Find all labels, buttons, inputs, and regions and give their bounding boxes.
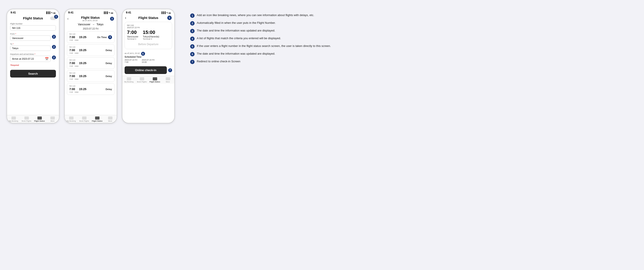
fl-status-3: Delay [106, 62, 112, 65]
checkin-button[interactable]: Online check-in [124, 66, 167, 74]
flight-card: NH 116 2023.07.22 Fri 7:00 Vancouver Ter… [124, 22, 172, 49]
nav-book-flights-2[interactable]: Book Flights [78, 117, 91, 122]
date-row: 2023.07.22 Fri [65, 27, 117, 31]
route-to: Tokyo [96, 23, 104, 26]
badge-6: 6 [141, 52, 145, 56]
nav-book-flights-3[interactable]: Book Flights [135, 77, 148, 83]
fl-num-1: NH 116 [69, 33, 86, 35]
to-input[interactable]: Tokyo [10, 46, 50, 51]
departure-label: Departure and arrival times [10, 53, 50, 55]
fl-status-5: Delay [106, 88, 112, 91]
sched-arr: 2023.07.22 Fri 15:00 [142, 59, 154, 63]
flight-item-4[interactable]: NH 116 7:00 · 15:25 YVR HND Delay [67, 70, 114, 82]
status-bar-1: 9:41 ▐▐▐ ∿ ▬ [7, 9, 59, 15]
signal-icon-3: ▐▐▐ [161, 12, 166, 14]
badge-5-wrap: 5 [167, 16, 172, 20]
fc-dep-terminal: Terminal 3 [127, 38, 138, 40]
fl-status-4: Delay [106, 75, 112, 78]
annotation-6: 6 The date and time the information was … [190, 52, 635, 56]
nav-label-4: More [50, 120, 54, 122]
ann-num-5: 5 [190, 44, 194, 49]
time-3: 9:41 [126, 11, 131, 14]
wifi-icon-2: ∿ [108, 12, 110, 14]
phone3-title: Flight Status [138, 16, 158, 20]
ann-text-2: Automatically filled in when the user pu… [197, 21, 276, 25]
nav-icon-3 [38, 117, 42, 120]
flight-item-5[interactable]: NH 116 7:00 · 15:25 YVR HND Delay [67, 83, 114, 95]
info-section: as of Jul 6, 23:10 6 Scheduled Time 2023… [124, 52, 172, 63]
nav-my-booking-2[interactable]: My Booking [65, 117, 78, 122]
flight-item-2[interactable]: NH 116 7:00 · 15:25 YVR HND Delay [67, 44, 114, 56]
flight-number-label: Flight Number [10, 23, 56, 25]
phone-1: 9:41 ▐▐▐ ∿ ▬ Flight Status 1 Flight Numb… [6, 9, 60, 123]
fl-status-2: Delay [106, 49, 112, 52]
nav-flight-status-3[interactable]: Flight Status [148, 77, 161, 83]
nav-flight-status-1[interactable]: Flight Status [33, 117, 46, 122]
annotations-panel: 1 Add an icon like breaking news, where … [184, 9, 638, 66]
to-group: To Tokyo 2 [10, 43, 56, 51]
bottom-nav-2: My Booking Book Flights Flight Status Mo… [65, 115, 117, 123]
back-button-2[interactable]: ‹ [67, 17, 70, 21]
nav-flight-status-2[interactable]: Flight Status [91, 117, 104, 122]
battery-icon-2: ▬ [111, 12, 113, 14]
ann-num-6: 6 [190, 52, 194, 56]
fc-status: Before Departure [127, 41, 170, 47]
sched-label: Scheduled Time [124, 56, 172, 58]
time-1: 9:41 [10, 11, 16, 14]
nav-more-2[interactable]: More [104, 117, 117, 122]
badge-5: 5 [167, 16, 172, 20]
info-updated: as of Jul 6, 23:10 [124, 52, 140, 54]
phone-2: 9:41 ▐▐▐ ∿ ▬ ‹ Flight Status as of Jul 6… [64, 9, 117, 123]
nav-icon-4 [50, 117, 55, 120]
badge-2a: 2 [52, 35, 56, 39]
to-row: To Tokyo 2 [10, 43, 56, 51]
status-bar-3: 9:41 ▐▐▐ ∿ ▬ [122, 9, 174, 15]
annotation-5: 5 If the user enters a flight number in … [190, 44, 635, 49]
ann-text-6: The date and time the information was up… [197, 52, 275, 56]
fl-arr-1: 15:25 [79, 36, 86, 39]
annotation-2: 2 Automatically filled in when the user … [190, 21, 635, 26]
nav-my-booking-3[interactable]: My Booking [122, 77, 135, 83]
fl-status-1: On Time [97, 36, 107, 39]
nav-label-1: My Booking [9, 120, 18, 122]
flight-item-3[interactable]: NH 116 7:00 · 15:25 YVR HND Delay [67, 57, 114, 69]
phone3-header: ‹ Flight Status 5 [122, 15, 174, 21]
phone1-title: Flight Status [23, 16, 43, 20]
search-button[interactable]: Search [10, 70, 56, 78]
flight-item-1[interactable]: NH 116 7:00 · 15:25 YVR HND On Time 4 [67, 31, 114, 43]
fc-arr-terminal: Terminal 3 [143, 38, 159, 40]
bottom-nav-3: My Booking Book Flights Flight Status Mo… [122, 76, 174, 84]
annotation-1: 1 Add an icon like breaking news, where … [190, 13, 635, 18]
ann-num-7: 7 [190, 60, 194, 64]
signal-icon: ▐▐▐ [46, 12, 50, 14]
nav-more-3[interactable]: More [161, 77, 174, 83]
phone2-header: ‹ Flight Status as of Jul 6, 23:10 3 [65, 15, 117, 22]
departure-input[interactable]: Arrive at 2023.07.22 📅 [10, 56, 50, 62]
ann-num-2: 2 [190, 21, 194, 26]
ann-num-1: 1 [190, 14, 194, 18]
route-row: Vancouver → Tokyo [65, 22, 117, 27]
badge-2b: 2 [52, 45, 56, 49]
status-bar-2: 9:41 ▐▐▐ ∿ ▬ [65, 9, 117, 15]
phone1-toggle-wrap: 1 [50, 17, 56, 20]
nav-icon-1 [12, 117, 16, 120]
flight-number-input[interactable]: NH 116 [10, 25, 56, 31]
annotation-7: 7 Redirect to online check-in Screen [190, 60, 635, 64]
nav-more-1[interactable]: More [46, 117, 59, 122]
back-button-3[interactable]: ‹ [125, 16, 126, 20]
badge-1: 1 [54, 15, 58, 19]
nav-book-flights-1[interactable]: Book Flights [20, 117, 33, 122]
annotation-4: 4 A list of flights that match the crite… [190, 36, 635, 41]
bottom-nav-1: My Booking Book Flights Flight Status Mo… [7, 115, 59, 123]
sched-row: 2023.07.22 Fri 7:00 2023.07.22 Fri 15:00 [124, 59, 172, 63]
departure-row: Departure and arrival times Arrive at 20… [10, 53, 56, 62]
flight-number-group: Flight Number NH 116 [10, 23, 56, 31]
fl-arr-code-1: HND [74, 39, 78, 41]
fc-arr-city: Tokyo(Haneda) [143, 35, 159, 38]
phone1-content: Flight Number NH 116 From Vancouver 2 To… [7, 21, 59, 115]
arrow-icon: → [92, 23, 95, 26]
nav-my-booking-1[interactable]: My Booking [7, 117, 20, 122]
time-2: 9:41 [68, 11, 74, 14]
from-input[interactable]: Vancouver [10, 36, 50, 41]
from-group: From Vancouver 2 [10, 33, 56, 41]
